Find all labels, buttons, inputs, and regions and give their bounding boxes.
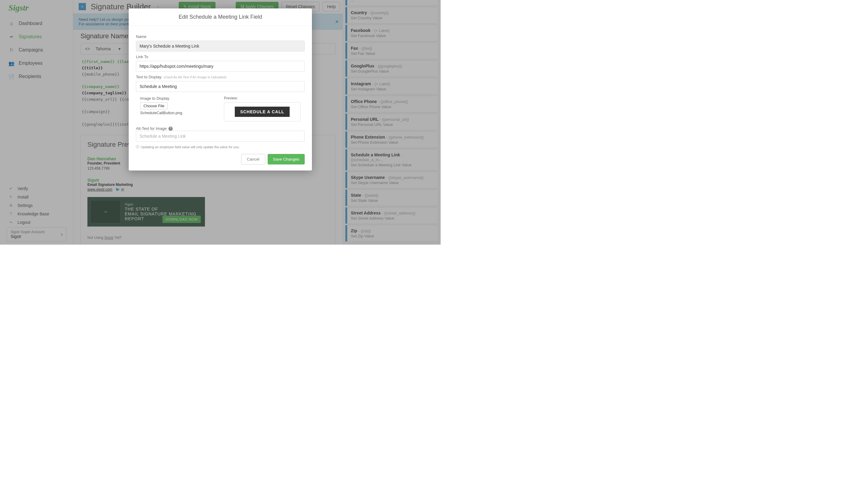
text-input[interactable] [136,81,305,92]
text-hint: (Used As Alt-Text If An Image Is Uploade… [164,75,226,79]
help-icon[interactable]: ? [168,127,173,131]
alt-label: Alt-Text for Image [136,126,167,131]
link-label: Link To [136,55,305,59]
name-label: Name [136,34,305,39]
image-preview-box: SCHEDULE A CALL [224,102,301,121]
name-input[interactable] [136,41,305,52]
cancel-button[interactable]: Cancel [241,154,265,164]
file-name: ScheduleCallButton.png [140,110,217,115]
edit-field-modal: Edit Schedule a Meeting Link Field Name … [129,8,312,170]
save-button[interactable]: Save Changes [268,154,305,164]
info-icon: ⓘ [136,144,139,149]
link-input[interactable] [136,61,305,72]
info-note: ⓘ Updating an employee field value will … [136,144,305,149]
modal-title: Edit Schedule a Meeting Link Field [129,8,312,26]
preview-label: Preview: [224,96,301,100]
text-label: Text to Display (Used As Alt-Text If An … [136,75,305,79]
preview-cta-button: SCHEDULE A CALL [235,107,290,117]
choose-file-button[interactable]: Choose File [140,102,167,109]
image-label: Image to Display [140,96,217,101]
alt-text-input[interactable] [136,131,305,141]
